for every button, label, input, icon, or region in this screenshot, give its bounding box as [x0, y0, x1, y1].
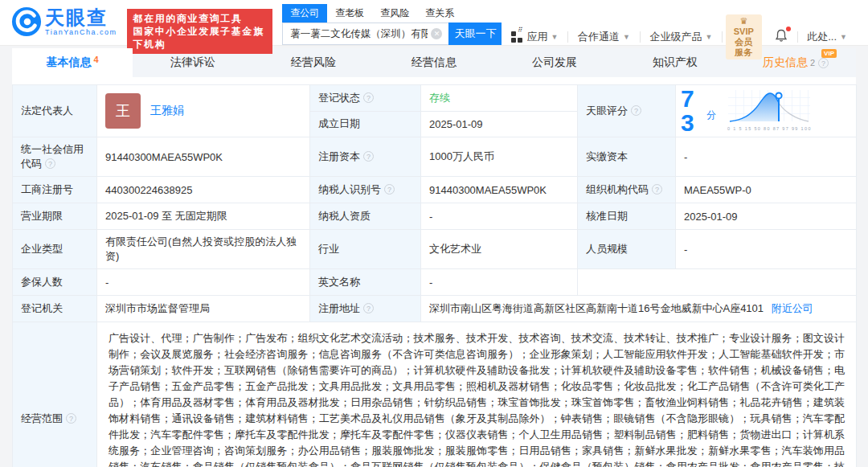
tab-operation-info[interactable]: 经营信息 [374, 48, 494, 77]
industry-value: 文化艺术业 [421, 230, 578, 269]
notification-dot [786, 27, 791, 31]
taxpayer-id-label: 纳税人识别号? [310, 177, 421, 203]
score-cell[interactable]: 73 分 [676, 85, 857, 137]
org-code-label: 组织机构代码? [578, 177, 676, 203]
help-icon[interactable]: ? [363, 92, 374, 103]
org-code-value: MAEA55WP-0 [676, 177, 857, 203]
english-name-label: 英文名称 [310, 269, 421, 296]
paid-capital-label: 实缴资本 [578, 137, 676, 177]
slogan-line1: 都在用的商业查询工具 [133, 12, 267, 25]
tab-legal[interactable]: 法律诉讼 [133, 48, 253, 77]
reg-status-label: 登记状态? [310, 85, 421, 112]
reg-number-value: 440300224638925 [97, 177, 310, 203]
approve-date-label: 核准日期 [578, 203, 676, 230]
logo-swirl-icon [11, 6, 42, 37]
nearby-companies-link[interactable]: 附近公司 [772, 302, 813, 314]
table-row: 登记机关 深圳市市场监督管理局 注册地址? 深圳市南山区粤海街道高新区社区高新南… [13, 296, 857, 322]
score-unit: 分 [706, 109, 716, 122]
chevron-down-icon: ▼ [551, 33, 558, 41]
search-area: 查公司 查老板 查风险 查关系 ✕ 天眼一下 [282, 5, 502, 45]
top-header: 天眼查 TianYanCha.com 都在用的商业查询工具 国家中小企业发展子基… [0, 0, 868, 46]
tab-history-count: 2 [810, 58, 815, 68]
credit-code-label: 统一社会信用代码? [13, 137, 97, 177]
score-distribution-chart: 0 1 5 15 50 80 87 97 99 100 [727, 89, 851, 133]
score-axis-labels: 0 1 5 15 50 80 87 97 99 100 [727, 126, 812, 131]
empty-cell [578, 269, 857, 296]
help-icon[interactable]: ? [818, 58, 829, 68]
help-icon[interactable]: ? [652, 184, 662, 195]
taxpayer-id-value: 91440300MAEA55WP0K [421, 177, 578, 203]
brand-name: 天眼查 [45, 7, 117, 28]
vip-badge: VIP [821, 49, 837, 58]
score-label: 天眼评分? [578, 85, 676, 137]
search-tab-relation[interactable]: 查关系 [417, 4, 462, 23]
address-label: 注册地址? [310, 296, 421, 322]
table-row: 参保人数 - 英文名称 - [13, 269, 857, 296]
reg-status-value: 存续 [421, 85, 578, 112]
search-tab-boss[interactable]: 查老板 [327, 4, 372, 23]
search-input[interactable] [282, 23, 448, 45]
reg-authority-label: 登记机关 [13, 296, 97, 322]
reg-capital-label: 注册资本? [310, 137, 421, 177]
tab-history-info[interactable]: VIP 历史信息 2 ? [735, 48, 856, 77]
table-row: 法定代表人 王 王雅娟 登记状态? 存续 天眼评分? 73 分 [13, 85, 857, 112]
slogan-line2: 国家中小企业发展子基金旗下机构 [133, 25, 267, 51]
address-value: 深圳市南山区粤海街道高新区社区高新南十道16号金地威新中心A座4101 [429, 302, 764, 314]
avatar: 王 [105, 93, 141, 129]
notification-bell[interactable] [765, 29, 797, 45]
divider [722, 31, 723, 43]
english-name-value: - [421, 269, 578, 296]
business-term-value: 2025-01-09 至 无固定期限 [97, 203, 310, 230]
approve-date-value: 2025-01-09 [676, 203, 857, 230]
paid-capital-value: - [676, 137, 857, 177]
tianyancha-logo[interactable]: 天眼查 TianYanCha.com [11, 6, 117, 37]
brand-domain: TianYanCha.com [45, 28, 117, 36]
address-cell: 深圳市南山区粤海街道高新区社区高新南十道16号金地威新中心A座4101 附近公司 [421, 296, 857, 322]
tab-intellectual-property[interactable]: 知识产权 [615, 48, 735, 77]
nav-apps[interactable]: 应用▼ [502, 30, 567, 44]
business-scope-label: 经营范围? [13, 322, 97, 467]
legal-rep-cell: 王 王雅娟 [97, 85, 310, 137]
staff-size-value: - [676, 230, 857, 269]
table-row: 统一社会信用代码? 91440300MAEA55WP0K 注册资本? 1000万… [13, 137, 857, 177]
apps-grid-icon [511, 31, 522, 43]
chevron-down-icon: ▼ [705, 33, 712, 41]
score-value: 73 [681, 87, 705, 135]
help-icon[interactable]: ? [45, 158, 55, 169]
help-icon[interactable]: ? [363, 303, 374, 313]
user-menu[interactable]: 此处...▼ [797, 30, 857, 44]
reg-capital-value: 1000万人民币 [421, 137, 578, 177]
help-icon[interactable]: ? [384, 184, 395, 195]
search-tab-company[interactable]: 查公司 [282, 4, 327, 23]
help-icon[interactable]: ? [363, 151, 374, 162]
slogan-badge: 都在用的商业查询工具 国家中小企业发展子基金旗下机构 [127, 9, 273, 54]
section-tabbar: 基本信息 4 法律诉讼 经营风险 经营信息 公司发展 知识产权 VIP 历史信息… [12, 48, 856, 77]
staff-size-label: 人员规模 [578, 230, 676, 269]
chevron-down-icon: ▼ [623, 33, 630, 41]
tab-basic-info[interactable]: 基本信息 4 [12, 48, 133, 77]
bell-icon [775, 29, 788, 43]
nav-enterprise-products[interactable]: 企业级产品▼ [640, 30, 722, 44]
tab-company-development[interactable]: 公司发展 [494, 48, 615, 77]
business-term-label: 营业期限 [13, 203, 97, 230]
company-detail-card: 基本信息 4 法律诉讼 经营风险 经营信息 公司发展 知识产权 VIP 历史信息… [12, 48, 856, 467]
help-icon[interactable]: ? [631, 105, 641, 116]
taxpayer-quality-value: - [421, 203, 578, 230]
help-icon[interactable]: ? [66, 413, 76, 424]
establish-date-label: 成立日期 [310, 111, 421, 137]
chevron-down-icon: ▼ [840, 33, 847, 41]
basic-info-table: 法定代表人 王 王雅娟 登记状态? 存续 天眼评分? 73 分 [12, 84, 857, 467]
establish-date-value: 2025-01-09 [421, 111, 578, 137]
taxpayer-quality-label: 纳税人资质 [310, 203, 421, 230]
svip-line1: ♛ SVIP [733, 16, 755, 37]
credit-code-value: 91440300MAEA55WP0K [97, 137, 310, 177]
company-type-value: 有限责任公司(自然人投资或控股的法人独资) [97, 230, 310, 269]
nav-partner-channel[interactable]: 合作通道▼ [568, 30, 640, 44]
legal-rep-label: 法定代表人 [13, 85, 97, 137]
tab-operation-risk[interactable]: 经营风险 [253, 48, 374, 77]
insured-label: 参保人数 [13, 269, 97, 296]
search-tab-risk[interactable]: 查风险 [372, 4, 417, 23]
table-row: 经营范围? 广告设计、代理；广告制作；广告发布；组织文化艺术交流活动；技术服务、… [13, 322, 857, 467]
search-button[interactable]: 天眼一下 [448, 23, 502, 45]
legal-rep-link[interactable]: 王雅娟 [150, 104, 184, 118]
